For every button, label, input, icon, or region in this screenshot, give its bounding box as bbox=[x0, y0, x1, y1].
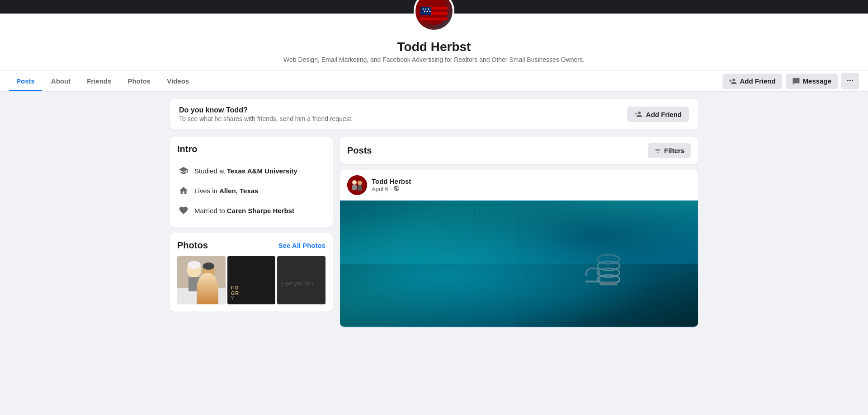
intro-education-school: Texas A&M University bbox=[227, 167, 297, 175]
filters-button[interactable]: Filters bbox=[648, 143, 691, 158]
post-card: Todd Herbst April 6 · bbox=[340, 170, 698, 327]
intro-location-text: Lives in Allen, Texas bbox=[194, 187, 258, 195]
tab-photos[interactable]: Photos bbox=[120, 71, 158, 91]
svg-point-32 bbox=[597, 268, 620, 277]
posts-header-card: Posts Filters bbox=[340, 137, 698, 164]
svg-point-30 bbox=[597, 255, 620, 264]
tab-about[interactable]: About bbox=[44, 71, 78, 91]
post-author-info: Todd Herbst April 6 · bbox=[372, 177, 411, 193]
intro-location: Lives in Allen, Texas bbox=[177, 181, 326, 201]
profile-name: Todd Herbst bbox=[0, 40, 868, 54]
add-friend-header-label: Add Friend bbox=[740, 77, 775, 85]
friend-banner-text: Do you know Todd? To see what he shares … bbox=[179, 106, 353, 122]
home-icon bbox=[177, 184, 190, 197]
photo-hustle-text1: hustle, your t bbox=[281, 274, 318, 280]
add-friend-banner-button[interactable]: Add Friend bbox=[627, 107, 689, 122]
intro-relationship: Married to Caren Sharpe Herbst bbox=[177, 201, 326, 220]
svg-point-22 bbox=[352, 180, 357, 185]
nav-actions: Add Friend Message ··· bbox=[722, 73, 859, 89]
post-header: Todd Herbst April 6 · bbox=[340, 170, 698, 201]
tab-posts[interactable]: Posts bbox=[9, 71, 42, 91]
message-icon bbox=[792, 77, 800, 85]
intro-title: Intro bbox=[177, 144, 326, 154]
svg-point-6 bbox=[425, 9, 427, 10]
post-author-name[interactable]: Todd Herbst bbox=[372, 177, 411, 185]
posts-title: Posts bbox=[347, 145, 372, 156]
svg-rect-27 bbox=[340, 264, 698, 326]
svg-point-10 bbox=[429, 11, 431, 12]
friend-banner: Do you know Todd? To see what he shares … bbox=[170, 99, 698, 130]
svg-point-8 bbox=[424, 11, 425, 12]
svg-rect-25 bbox=[358, 185, 362, 191]
photo-thumb-3[interactable]: hustle, your t y get you so t bbox=[277, 256, 326, 304]
profile-avatar bbox=[414, 0, 454, 32]
cover-area bbox=[0, 0, 868, 14]
post-meta: April 6 · bbox=[372, 185, 411, 193]
intro-card: Intro Studied at Texas A&M University Li… bbox=[170, 137, 333, 228]
nav-tabs: Posts About Friends Photos Videos bbox=[9, 71, 722, 91]
svg-rect-16 bbox=[189, 277, 200, 291]
right-col: Posts Filters bbox=[340, 137, 698, 327]
add-friend-header-button[interactable]: Add Friend bbox=[722, 74, 782, 89]
add-friend-banner-label: Add Friend bbox=[646, 111, 682, 118]
profile-bio: Web Design, Email Marketing, and Faceboo… bbox=[0, 56, 868, 63]
svg-rect-26 bbox=[340, 201, 698, 326]
post-image bbox=[340, 201, 698, 327]
post-avatar[interactable] bbox=[347, 175, 367, 195]
svg-point-7 bbox=[428, 9, 429, 10]
photos-title: Photos bbox=[177, 240, 208, 251]
svg-rect-12 bbox=[177, 288, 226, 304]
intro-relationship-partner: Caren Sharpe Herbst bbox=[227, 207, 294, 214]
svg-line-36 bbox=[429, 246, 653, 290]
svg-point-33 bbox=[597, 275, 620, 284]
profile-avatar-wrapper bbox=[414, 0, 454, 32]
svg-point-5 bbox=[423, 9, 424, 10]
svg-rect-19 bbox=[203, 265, 214, 268]
post-date: April 6 bbox=[372, 186, 388, 192]
svg-point-31 bbox=[597, 261, 620, 270]
photo-hustle-overlay: hustle, your t y get you so t bbox=[277, 256, 326, 304]
person-add-banner-icon bbox=[634, 110, 642, 118]
svg-rect-20 bbox=[203, 278, 214, 292]
main-content: Do you know Todd? To see what he shares … bbox=[163, 99, 705, 327]
photo-overlay-line2: Y bbox=[231, 296, 272, 301]
svg-rect-34 bbox=[599, 282, 618, 285]
globe-privacy-icon bbox=[393, 185, 400, 193]
intro-location-city: Allen, Texas bbox=[219, 187, 258, 195]
svg-point-24 bbox=[358, 181, 362, 185]
tab-friends[interactable]: Friends bbox=[80, 71, 118, 91]
svg-rect-15 bbox=[188, 264, 200, 267]
svg-point-21 bbox=[347, 175, 367, 195]
intro-education: Studied at Texas A&M University bbox=[177, 161, 326, 181]
tab-videos[interactable]: Videos bbox=[160, 71, 196, 91]
photo-thumb-1[interactable] bbox=[177, 256, 226, 304]
svg-rect-23 bbox=[352, 185, 357, 190]
person-add-icon bbox=[729, 77, 737, 85]
photo-couple-img bbox=[177, 256, 226, 304]
message-header-label: Message bbox=[803, 77, 831, 85]
profile-nav: Posts About Friends Photos Videos Add Fr… bbox=[0, 71, 868, 92]
photo-hustle-text2: y get you so t bbox=[281, 280, 313, 287]
friend-banner-title: Do you know Todd? bbox=[179, 106, 353, 114]
friend-banner-description: To see what he shares with friends, send… bbox=[179, 115, 353, 122]
graduation-icon bbox=[177, 164, 190, 177]
dot-separator: · bbox=[390, 186, 392, 192]
photo-text-overlay: FOGR Y bbox=[227, 256, 276, 304]
svg-point-9 bbox=[427, 11, 428, 12]
photos-card: Photos See All Photos bbox=[170, 233, 333, 312]
two-col-layout: Intro Studied at Texas A&M University Li… bbox=[170, 137, 698, 327]
filters-icon bbox=[654, 147, 661, 154]
left-col: Intro Studied at Texas A&M University Li… bbox=[170, 137, 333, 327]
more-options-button[interactable]: ··· bbox=[841, 73, 859, 89]
intro-education-text: Studied at Texas A&M University bbox=[194, 167, 297, 175]
see-all-photos-link[interactable]: See All Photos bbox=[278, 242, 326, 249]
svg-rect-3 bbox=[420, 18, 448, 20]
message-header-button[interactable]: Message bbox=[786, 74, 838, 89]
photos-grid: FOGR Y hustle, your t y get you so t bbox=[177, 256, 326, 304]
photo-thumb-2[interactable]: FOGR Y bbox=[227, 256, 276, 304]
filters-label: Filters bbox=[664, 147, 684, 154]
photos-header: Photos See All Photos bbox=[177, 240, 326, 251]
profile-name-section: Todd Herbst Web Design, Email Marketing,… bbox=[0, 36, 868, 65]
photo-overlay-line1: FOGR bbox=[231, 285, 272, 296]
heart-icon bbox=[177, 204, 190, 217]
